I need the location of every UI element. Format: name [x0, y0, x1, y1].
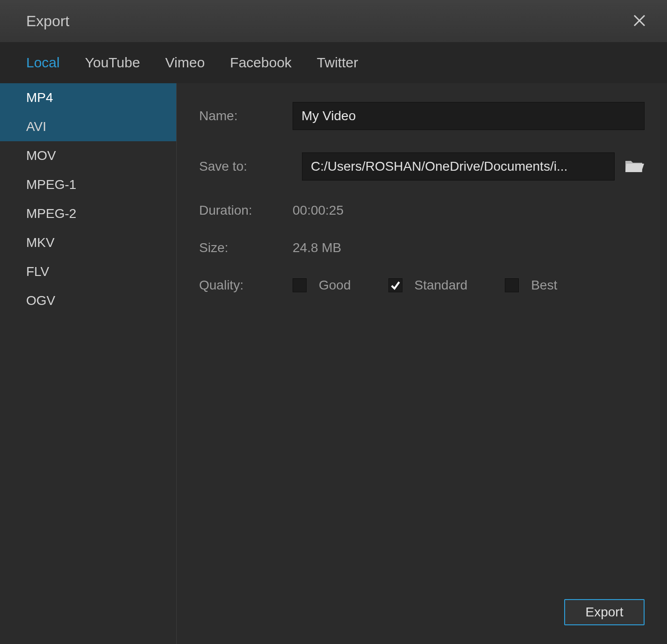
- folder-icon: [624, 157, 644, 176]
- format-item-mov[interactable]: MOV: [0, 141, 176, 170]
- footer: Export: [564, 599, 645, 625]
- checkbox-icon: [293, 278, 307, 292]
- format-item-flv[interactable]: FLV: [0, 257, 176, 286]
- tabbar: Local YouTube Vimeo Facebook Twitter: [0, 42, 667, 83]
- quality-standard-label: Standard: [415, 278, 468, 293]
- tab-facebook[interactable]: Facebook: [230, 55, 292, 71]
- content-area: MP4 AVI MOV MPEG-1 MPEG-2 MKV FLV OGV Na…: [0, 83, 667, 644]
- format-item-avi[interactable]: AVI: [0, 112, 176, 141]
- tab-local[interactable]: Local: [26, 55, 60, 71]
- quality-best[interactable]: Best: [505, 278, 557, 293]
- quality-standard[interactable]: Standard: [388, 278, 468, 293]
- checkbox-icon: [505, 278, 519, 292]
- duration-value: 00:00:25: [293, 203, 344, 218]
- export-dialog: Export Local YouTube Vimeo Facebook Twit…: [0, 0, 667, 644]
- quality-label: Quality:: [199, 278, 293, 293]
- format-item-mpeg2[interactable]: MPEG-2: [0, 199, 176, 228]
- size-label: Size:: [199, 240, 293, 255]
- quality-good-label: Good: [319, 278, 351, 293]
- save-path-display[interactable]: C:/Users/ROSHAN/OneDrive/Documents/i...: [302, 152, 615, 181]
- close-icon[interactable]: [630, 10, 649, 32]
- quality-best-label: Best: [531, 278, 557, 293]
- duration-label: Duration:: [199, 203, 293, 218]
- size-row: Size: 24.8 MB: [199, 240, 645, 255]
- quality-options: Good Standard Best: [293, 278, 557, 293]
- save-row: Save to: C:/Users/ROSHAN/OneDrive/Docume…: [199, 152, 645, 181]
- tab-vimeo[interactable]: Vimeo: [165, 55, 205, 71]
- form-panel: Name: Save to: C:/Users/ROSHAN/OneDrive/…: [177, 83, 667, 644]
- name-label: Name:: [199, 109, 293, 123]
- window-title: Export: [26, 13, 69, 30]
- save-label: Save to:: [199, 159, 293, 174]
- format-item-mpeg1[interactable]: MPEG-1: [0, 170, 176, 199]
- format-item-mp4[interactable]: MP4: [0, 83, 176, 112]
- size-value: 24.8 MB: [293, 240, 341, 255]
- quality-good[interactable]: Good: [293, 278, 351, 293]
- tab-youtube[interactable]: YouTube: [85, 55, 140, 71]
- format-item-mkv[interactable]: MKV: [0, 228, 176, 257]
- quality-row: Quality: Good Standard: [199, 278, 645, 293]
- format-sidebar: MP4 AVI MOV MPEG-1 MPEG-2 MKV FLV OGV: [0, 83, 177, 644]
- browse-folder-button[interactable]: [624, 156, 645, 177]
- export-button[interactable]: Export: [564, 599, 645, 625]
- name-row: Name:: [199, 102, 645, 130]
- format-item-ogv[interactable]: OGV: [0, 286, 176, 315]
- duration-row: Duration: 00:00:25: [199, 203, 645, 218]
- titlebar: Export: [0, 0, 667, 42]
- name-input[interactable]: [293, 102, 645, 130]
- checkbox-icon: [388, 278, 402, 292]
- tab-twitter[interactable]: Twitter: [317, 55, 358, 71]
